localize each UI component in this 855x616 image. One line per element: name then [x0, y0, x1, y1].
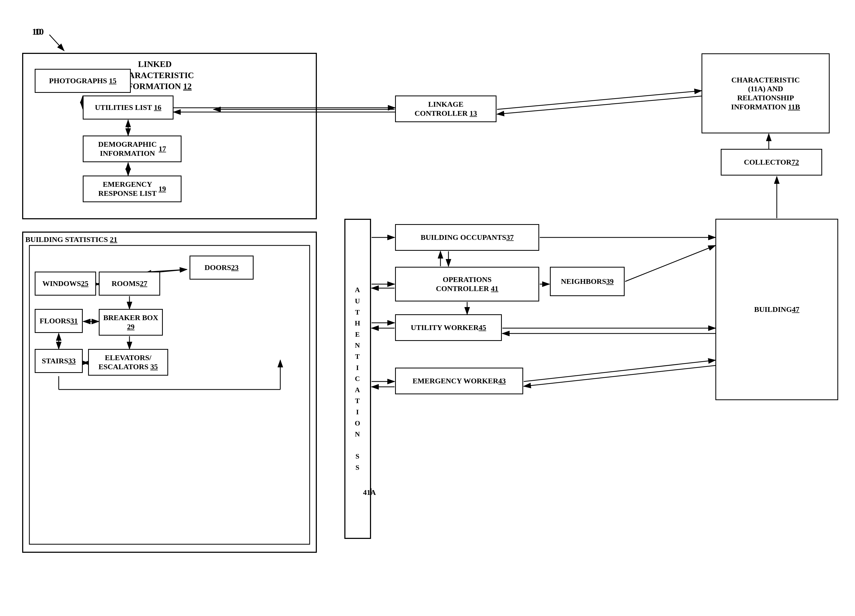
- stairs-box: STAIRS 33: [35, 349, 83, 373]
- utility-worker-box: UTILITY WORKER 45: [395, 314, 502, 341]
- floors-box: FLOORS 31: [35, 309, 83, 333]
- collector-box: COLLECTOR 72: [721, 149, 822, 176]
- breaker-box: BREAKER BOX29: [99, 309, 163, 336]
- demographic-info-box: DEMOGRAPHICINFORMATION 17: [83, 136, 181, 162]
- svg-line-31: [625, 245, 716, 281]
- svg-line-36: [524, 360, 716, 382]
- operations-controller-box: OPERATIONSCONTROLLER 41: [395, 267, 539, 301]
- svg-line-24: [497, 91, 702, 109]
- characteristic-info-box: CHARACTERISTIC(11A) ANDRELATIONSHIPINFOR…: [702, 53, 830, 133]
- neighbors-box: NEIGHBORS 39: [550, 267, 625, 296]
- building-box: BUILDING 47: [716, 219, 838, 400]
- doors-box: DOORS 23: [190, 255, 254, 280]
- rooms-box: ROOMS 27: [99, 272, 160, 296]
- linkage-controller-box: LINKAGECONTROLLER 13: [395, 95, 496, 122]
- utilities-list-box: UTILITIES LIST 16: [83, 95, 173, 119]
- building-stats-label: BUILDING STATISTICS 21: [25, 235, 117, 244]
- emergency-worker-box: EMERGENCY WORKER 43: [395, 368, 523, 394]
- svg-line-37: [524, 365, 716, 386]
- label-41a: 41A: [363, 488, 376, 497]
- windows-box: WINDOWS 25: [35, 272, 96, 296]
- ref-10: 10: [32, 27, 41, 37]
- elevators-box: ELEVATORS/ESCALATORS 35: [88, 349, 168, 376]
- diagram-container: 10: [0, 0, 855, 616]
- svg-line-6: [49, 35, 64, 51]
- svg-line-25: [497, 96, 702, 114]
- building-occupants-box: BUILDING OCCUPANTS 37: [395, 224, 539, 251]
- photographs-box: PHOTOGRAPHS 15: [35, 69, 131, 93]
- emergency-response-box: EMERGENCYRESPONSE LIST 19: [83, 176, 181, 202]
